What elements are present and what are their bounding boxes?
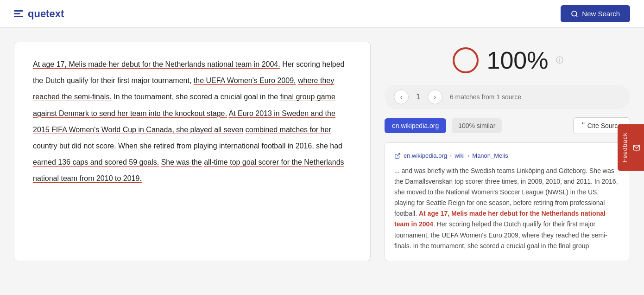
pagination-bar: ‹ 1 › 6 matches from 1 source: [385, 85, 630, 109]
search-icon: [571, 10, 578, 18]
prev-page-button[interactable]: ‹: [394, 90, 409, 104]
svg-point-2: [454, 48, 478, 72]
score-circle-icon: [452, 46, 480, 74]
mail-icon: [633, 144, 640, 151]
feedback-tab[interactable]: Feedback: [618, 124, 644, 171]
matches-count: 6 matches from 1 source: [450, 93, 521, 101]
logo: quetext: [14, 8, 64, 20]
breadcrumb-wiki[interactable]: wiki: [455, 152, 465, 159]
prev-icon: ‹: [400, 93, 403, 101]
text-segment-3: In the tournament, she scored a crucial …: [114, 93, 280, 101]
breadcrumb-sep-1: ›: [450, 152, 452, 159]
source-domain-badge: en.wikipedia.org: [385, 118, 446, 133]
external-link-icon: [394, 153, 401, 159]
new-search-label: New Search: [582, 10, 620, 18]
logo-text: quetext: [28, 8, 64, 20]
cite-source-label: Cite Source: [587, 122, 621, 129]
score-area: 100% ⓘ: [385, 42, 630, 77]
score-percentage: 100%: [487, 46, 549, 74]
logo-icon: [14, 10, 23, 17]
quote-icon: ": [582, 122, 585, 130]
highlighted-phrase-8: She was the: [161, 158, 202, 166]
current-page: 1: [416, 93, 420, 101]
source-content-card: en.wikipedia.org › wiki › Manon_Melis ..…: [385, 142, 630, 261]
new-search-button[interactable]: New Search: [561, 5, 630, 22]
source-breadcrumb: en.wikipedia.org › wiki › Manon_Melis: [394, 152, 620, 159]
next-icon: ›: [434, 93, 436, 101]
breadcrumb-sep-2: ›: [467, 152, 469, 159]
svg-line-3: [397, 153, 400, 156]
highlighted-phrase-1: the UEFA Women's Euro 2009,: [194, 77, 296, 84]
breadcrumb-page[interactable]: Manon_Melis: [472, 152, 508, 159]
next-page-button[interactable]: ›: [428, 90, 442, 104]
source-text-body: ... and was briefly with the Swedish tea…: [394, 166, 620, 251]
highlighted-phrase-6: When she retired from playing: [118, 142, 217, 150]
highlighted-sentence-1: At age 17, Melis made her debut for the …: [33, 60, 280, 68]
results-panel: 100% ⓘ ‹ 1 › 6 matches from 1 source en.…: [371, 42, 630, 261]
similarity-badge: 100% similar: [452, 118, 502, 133]
info-icon[interactable]: ⓘ: [556, 56, 563, 65]
feedback-label: Feedback: [621, 132, 628, 162]
svg-point-0: [572, 11, 577, 16]
main-text: At age 17, Melis made her debut for the …: [33, 56, 352, 187]
breadcrumb-domain[interactable]: en.wikipedia.org: [404, 152, 447, 159]
text-panel: At age 17, Melis made her debut for the …: [14, 42, 371, 261]
source-bar: en.wikipedia.org 100% similar " Cite Sou…: [385, 117, 630, 134]
svg-line-1: [576, 15, 577, 17]
